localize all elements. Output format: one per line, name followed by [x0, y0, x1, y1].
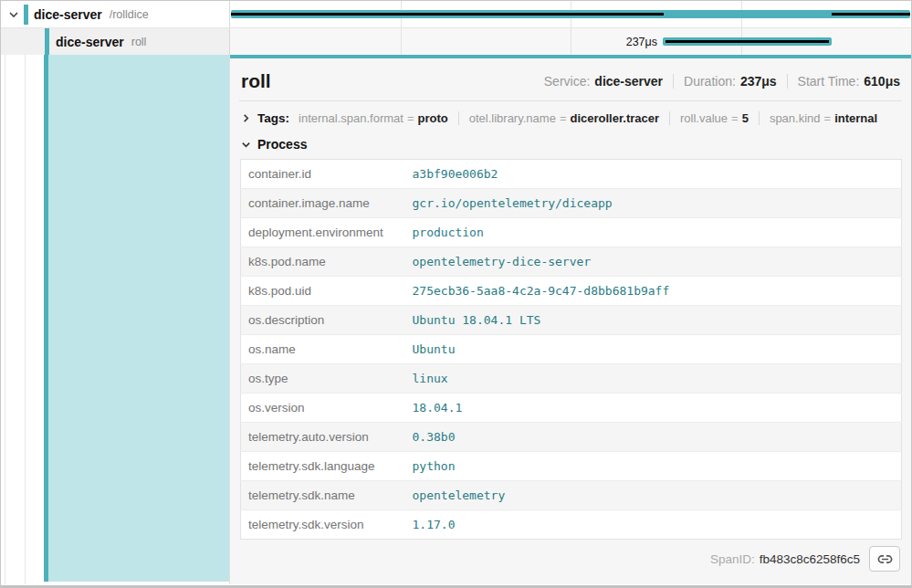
span-detail-header: roll Service: dice-server Duration: 237μ…: [239, 58, 902, 101]
table-row: os.nameUbuntu: [241, 335, 902, 364]
kv-value: gcr.io/opentelemetry/diceapp: [405, 189, 902, 218]
chevron-right-icon[interactable]: [241, 113, 251, 123]
table-row: k8s.pod.uid275ecb36-5aa8-4c2a-9c47-d8bb6…: [241, 277, 902, 306]
process-kv-table: container.ida3bf90e006b2 container.image…: [240, 159, 902, 540]
tag-value: 5: [742, 111, 749, 125]
operation-name: roll: [131, 36, 147, 48]
span-name-cell[interactable]: dice-server roll: [1, 28, 230, 55]
tag-divider: [669, 111, 670, 125]
tag-summary: span.kind=internal: [770, 111, 877, 125]
chevron-down-icon[interactable]: [241, 140, 251, 150]
process-accordion[interactable]: Process: [239, 133, 902, 159]
indent-guide: [25, 55, 26, 584]
service-color-bar: [45, 28, 49, 55]
tag-value: diceroller.tracer: [570, 111, 659, 125]
tag-summary: roll.value=5: [680, 111, 749, 125]
service-color-bar: [24, 5, 28, 25]
table-row: os.typelinux: [241, 364, 902, 394]
jaeger-trace-view: dice-server /rolldice dice-server roll: [0, 0, 912, 588]
tag-key: internal.span.format: [299, 111, 404, 125]
selected-span-highlight: [48, 55, 229, 582]
table-row: deployment.environmentproduction: [241, 218, 902, 247]
tag-equals: =: [824, 111, 832, 125]
kv-value: 1.17.0: [405, 510, 902, 540]
tag-summary: internal.span.format=proto: [299, 111, 448, 125]
start-time-label: Start Time:: [798, 74, 860, 89]
span-detail-panel: roll Service: dice-server Duration: 237μ…: [230, 55, 911, 584]
deep-link-button[interactable]: [869, 546, 900, 572]
kv-key: os.name: [241, 335, 405, 364]
span-title: roll: [241, 70, 271, 92]
kv-key: container.id: [241, 160, 405, 189]
kv-value: linux: [405, 364, 902, 394]
tag-equals: =: [560, 111, 567, 125]
kv-key: k8s.pod.name: [241, 247, 405, 277]
span-detail-footer: SpanID: fb483c8c6258f6c5: [239, 540, 902, 572]
tag-equals: =: [407, 111, 414, 125]
span-bar-rolldice[interactable]: [231, 10, 910, 18]
kv-value: a3bf90e006b2: [405, 160, 902, 189]
kv-value: opentelemetry: [405, 481, 902, 510]
span-row-roll[interactable]: dice-server roll 237μs: [1, 28, 911, 55]
tag-divider: [458, 111, 459, 125]
kv-value: Ubuntu: [405, 335, 902, 364]
span-detail-area: roll Service: dice-server Duration: 237μ…: [1, 55, 911, 584]
table-row: k8s.pod.nameopentelemetry-dice-server: [241, 247, 902, 277]
tag-key: span.kind: [770, 111, 821, 125]
kv-value: 275ecb36-5aa8-4c2a-9c47-d8bb681b9aff: [405, 277, 902, 306]
tag-key: roll.value: [680, 111, 728, 125]
tag-summary: otel.library.name=diceroller.tracer: [469, 111, 659, 125]
kv-key: telemetry.sdk.name: [241, 481, 405, 510]
table-row: telemetry.sdk.languagepython: [241, 452, 902, 481]
table-row: telemetry.sdk.version1.17.0: [241, 510, 902, 540]
process-label[interactable]: Process: [257, 137, 307, 152]
kv-key: deployment.environment: [241, 218, 405, 247]
chevron-down-icon[interactable]: [8, 9, 19, 20]
tags-label[interactable]: Tags:: [257, 111, 289, 125]
tag-value: internal: [834, 111, 877, 125]
span-bar-roll[interactable]: [663, 37, 832, 46]
span-row-rolldice[interactable]: dice-server /rolldice: [1, 1, 911, 28]
duration-value: 237μs: [740, 74, 777, 89]
table-row: telemetry.sdk.nameopentelemetry: [241, 481, 902, 510]
span-bar-overlay: [832, 13, 910, 16]
span-timeline-cell[interactable]: 237μs: [230, 28, 911, 55]
span-name-cell[interactable]: dice-server /rolldice: [1, 1, 230, 27]
tag-value: proto: [418, 111, 448, 125]
meta-divider: [787, 74, 788, 89]
kv-key: telemetry.sdk.language: [241, 452, 405, 481]
kv-key: telemetry.auto.version: [241, 423, 405, 452]
link-icon: [877, 551, 893, 567]
spanid-label: SpanID:: [710, 552, 755, 566]
kv-value: python: [405, 452, 902, 481]
span-rows: dice-server /rolldice dice-server roll: [1, 1, 911, 55]
duration-label: Duration:: [684, 74, 736, 89]
kv-key: k8s.pod.uid: [241, 277, 405, 306]
table-row: container.image.namegcr.io/opentelemetry…: [241, 189, 902, 218]
kv-key: os.version: [241, 394, 405, 423]
spanid-value: fb483c8c6258f6c5: [760, 552, 860, 566]
kv-value: 0.38b0: [405, 423, 902, 452]
table-row: telemetry.auto.version0.38b0: [241, 423, 902, 452]
tag-divider: [759, 111, 760, 125]
span-duration-label: 237μs: [230, 36, 657, 48]
kv-key: os.type: [241, 364, 405, 394]
kv-value: production: [405, 218, 902, 247]
start-time-value: 610μs: [864, 74, 900, 89]
tag-key: otel.library.name: [469, 111, 556, 125]
service-name: dice-server: [56, 35, 124, 49]
service-value: dice-server: [594, 74, 663, 89]
span-timeline-cell[interactable]: [230, 1, 911, 27]
kv-key: container.image.name: [241, 189, 405, 218]
tags-accordion[interactable]: Tags: internal.span.format=proto otel.li…: [239, 101, 902, 133]
span-bar-overlay: [666, 40, 829, 43]
indent-guide: [5, 55, 5, 584]
kv-key: os.description: [241, 306, 405, 335]
kv-value: 18.04.1: [405, 394, 902, 423]
kv-value: opentelemetry-dice-server: [405, 247, 902, 277]
kv-value: Ubuntu 18.04.1 LTS: [405, 306, 902, 335]
service-label: Service:: [544, 74, 591, 89]
span-bar-overlay: [231, 13, 664, 16]
service-name: dice-server: [34, 7, 102, 22]
table-row: os.version18.04.1: [241, 394, 902, 423]
